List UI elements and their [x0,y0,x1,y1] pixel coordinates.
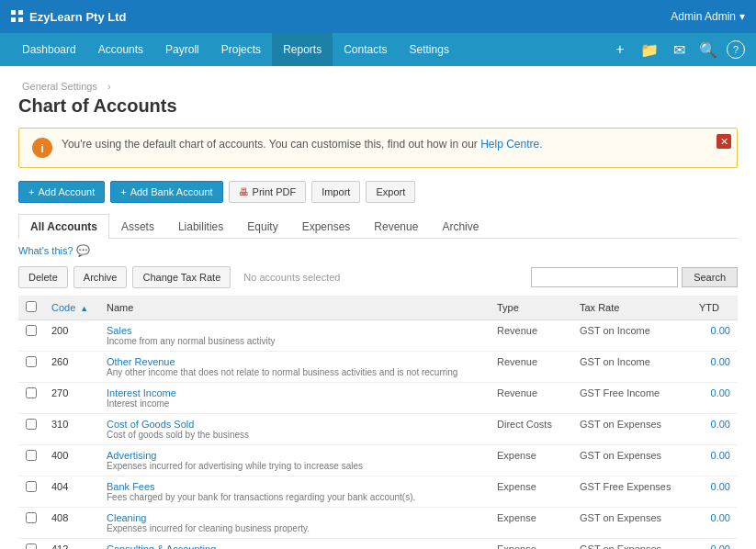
info-icon: i [32,138,52,158]
account-name-link[interactable]: Interest Income [107,387,482,398]
row-checkbox-5[interactable] [26,481,37,492]
tab-assets[interactable]: Assets [109,214,166,239]
row-checkbox-1[interactable] [26,356,37,367]
admin-area[interactable]: Admin Admin ▾ [671,10,745,23]
add-icon[interactable]: + [609,39,631,61]
add-account-icon: + [28,186,34,197]
nav-contacts[interactable]: Contacts [333,33,398,66]
table-row: 200 Sales Income from any normal busines… [18,320,738,352]
nav-projects[interactable]: Projects [210,33,272,66]
select-all-checkbox[interactable] [26,301,37,312]
info-banner: i You're using the default chart of acco… [18,128,738,168]
row-tax-rate: GST Free Expenses [572,476,692,508]
row-checkbox-cell [18,476,44,508]
row-checkbox-cell [18,539,44,550]
account-name-link[interactable]: Consulting & Accounting [107,543,482,549]
row-name-cell: Bank Fees Fees charged by your bank for … [99,476,490,508]
header-code[interactable]: Code ▲ [44,296,99,320]
row-ytd[interactable]: 0.00 [692,445,738,476]
row-code: 260 [44,352,99,383]
row-ytd[interactable]: 0.00 [692,383,738,414]
print-icon: 🖶 [239,186,249,197]
account-name-link[interactable]: Advertising [107,450,482,461]
row-type: Expense [490,539,572,550]
nav-accounts[interactable]: Accounts [87,33,154,66]
row-checkbox-6[interactable] [26,512,37,523]
add-account-button[interactable]: + Add Account [18,181,105,203]
table-row: 412 Consulting & Accounting Expenses rel… [18,539,738,550]
nav-settings[interactable]: Settings [399,33,460,66]
archive-button[interactable]: Archive [73,266,128,288]
whats-this-link[interactable]: What's this? 💬 [18,244,738,257]
row-ytd[interactable]: 0.00 [692,476,738,508]
table-header-row: Code ▲ Name Type Tax Rate YTD [18,296,738,320]
folder-icon[interactable]: 📁 [638,39,660,61]
mail-icon[interactable]: ✉ [668,39,690,61]
change-tax-rate-button[interactable]: Change Tax Rate [132,266,231,288]
grid-icon [11,10,24,23]
nav-dashboard[interactable]: Dashboard [11,33,87,66]
row-type: Direct Costs [490,414,572,445]
row-ytd[interactable]: 0.00 [692,508,738,539]
account-tabs: All Accounts Assets Liabilities Equity E… [18,214,738,239]
row-name-cell: Cleaning Expenses incurred for cleaning … [99,508,490,539]
nav-links: Dashboard Accounts Payroll Projects Repo… [11,33,460,66]
tab-revenue[interactable]: Revenue [362,214,430,239]
header-tax-rate[interactable]: Tax Rate [572,296,692,320]
header-name[interactable]: Name [99,296,490,320]
row-ytd[interactable]: 0.00 [692,539,738,550]
nav-payroll[interactable]: Payroll [154,33,210,66]
row-checkbox-4[interactable] [26,450,37,461]
account-name-link[interactable]: Cleaning [107,512,482,523]
row-type: Expense [490,508,572,539]
row-checkbox-2[interactable] [26,387,37,398]
app-title: EzyLearn Pty Ltd [29,10,126,24]
tab-equity[interactable]: Equity [235,214,289,239]
banner-close-button[interactable]: ✕ [717,134,731,149]
nav-reports[interactable]: Reports [272,33,333,66]
account-name-link[interactable]: Bank Fees [107,481,482,492]
row-tax-rate: GST on Expenses [572,445,692,476]
export-button[interactable]: Export [366,181,415,203]
page-title: Chart of Accounts [18,95,738,117]
row-code: 400 [44,445,99,476]
search-input[interactable] [531,267,678,287]
row-checkbox-7[interactable] [26,543,37,549]
row-checkbox-cell [18,352,44,383]
row-ytd[interactable]: 0.00 [692,352,738,383]
search-icon[interactable]: 🔍 [697,39,719,61]
print-pdf-button[interactable]: 🖶 Print PDF [229,181,307,203]
header-type[interactable]: Type [490,296,572,320]
breadcrumb[interactable]: General Settings › [18,81,738,92]
row-checkbox-3[interactable] [26,419,37,430]
help-centre-link[interactable]: Help Centre. [480,138,542,151]
header-checkbox-col [18,296,44,320]
row-ytd[interactable]: 0.00 [692,320,738,352]
content-area: General Settings › Chart of Accounts i Y… [0,66,756,549]
row-ytd[interactable]: 0.00 [692,414,738,445]
account-name-link[interactable]: Cost of Goods Sold [107,419,482,430]
nav-icons: + 📁 ✉ 🔍 ? [609,39,745,61]
account-name-link[interactable]: Other Revenue [107,356,482,367]
tab-liabilities[interactable]: Liabilities [166,214,235,239]
chevron-down-icon[interactable]: ▾ [739,10,745,23]
add-bank-account-button[interactable]: + Add Bank Account [110,181,222,203]
row-tax-rate: GST on Income [572,352,692,383]
search-button[interactable]: Search [682,267,738,287]
table-controls-right: Search [531,267,738,287]
tab-archive[interactable]: Archive [430,214,491,239]
tab-expenses[interactable]: Expenses [290,214,363,239]
row-code: 412 [44,539,99,550]
header-ytd[interactable]: YTD [692,296,738,320]
help-icon[interactable]: ? [727,40,745,59]
import-button[interactable]: Import [311,181,360,203]
account-name-link[interactable]: Sales [107,325,482,336]
tab-all-accounts[interactable]: All Accounts [18,214,109,239]
delete-button[interactable]: Delete [18,266,68,288]
admin-label[interactable]: Admin Admin [671,10,736,23]
row-checkbox-0[interactable] [26,325,37,336]
row-type: Expense [490,445,572,476]
accounts-table-wrapper: Code ▲ Name Type Tax Rate YTD 200 Sales … [18,296,738,549]
account-description: Expenses incurred for advertising while … [107,461,482,471]
breadcrumb-parent[interactable]: General Settings [22,81,97,92]
